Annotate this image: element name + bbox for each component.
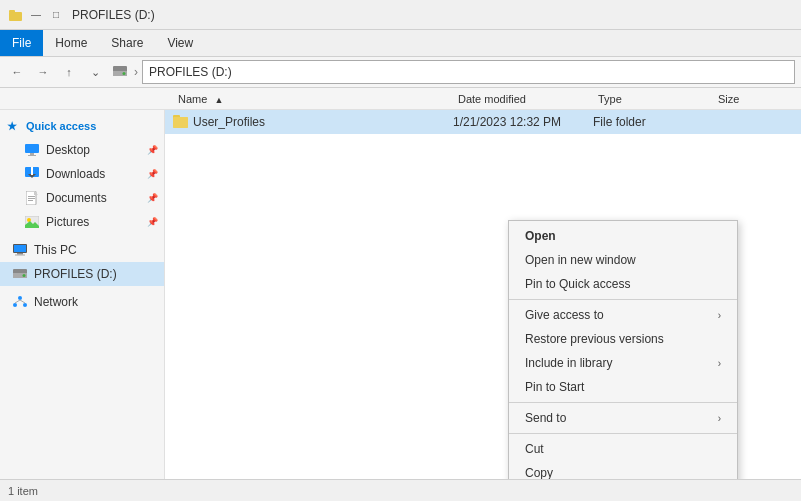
sidebar-item-network[interactable]: Network — [0, 290, 164, 314]
svg-rect-12 — [28, 196, 35, 197]
svg-rect-21 — [15, 254, 25, 255]
col-header-name[interactable]: Name ▲ — [170, 93, 450, 105]
status-text: 1 item — [8, 485, 38, 497]
sidebar-label-profiles-drive: PROFILES (D:) — [34, 267, 117, 281]
svg-rect-5 — [25, 144, 39, 153]
status-bar: 1 item — [0, 479, 801, 501]
up-button[interactable]: ↑ — [58, 61, 80, 83]
svg-rect-32 — [173, 117, 188, 128]
drive-sidebar-icon — [12, 266, 28, 282]
sidebar-label-documents: Documents — [46, 191, 107, 205]
desktop-icon — [24, 142, 40, 158]
star-icon: ★ — [4, 118, 20, 134]
window-folder-icon — [8, 7, 24, 23]
sidebar: ★ Quick access Desktop 📌 — [0, 110, 165, 479]
sidebar-item-desktop[interactable]: Desktop 📌 — [0, 138, 164, 162]
file-list[interactable]: User_Profiles 1/21/2023 12:32 PM File fo… — [165, 110, 801, 479]
ctx-cut[interactable]: Cut — [509, 437, 737, 461]
tab-file[interactable]: File — [0, 30, 43, 56]
ctx-arrow-give-access: › — [718, 310, 721, 321]
sidebar-item-downloads[interactable]: Downloads 📌 — [0, 162, 164, 186]
svg-rect-20 — [17, 253, 23, 255]
sidebar-section-quick-access[interactable]: ★ Quick access — [0, 114, 164, 138]
svg-point-16 — [27, 218, 31, 222]
ctx-restore-versions[interactable]: Restore previous versions — [509, 327, 737, 351]
sidebar-item-profiles-drive[interactable]: PROFILES (D:) — [0, 262, 164, 286]
sidebar-label-quick-access: Quick access — [26, 120, 96, 132]
ctx-pin-start[interactable]: Pin to Start — [509, 375, 737, 399]
file-type: File folder — [593, 115, 713, 129]
svg-point-24 — [23, 274, 26, 277]
sidebar-label-desktop: Desktop — [46, 143, 90, 157]
sidebar-label-downloads: Downloads — [46, 167, 105, 181]
address-path-text: PROFILES (D:) — [149, 65, 232, 79]
tab-view[interactable]: View — [155, 30, 205, 56]
sidebar-item-pictures[interactable]: Pictures 📌 — [0, 210, 164, 234]
ctx-arrow-library: › — [718, 358, 721, 369]
sidebar-item-documents[interactable]: Documents 📌 — [0, 186, 164, 210]
svg-point-27 — [23, 303, 27, 307]
context-menu: Open Open in new window Pin to Quick acc… — [508, 220, 738, 479]
computer-icon — [12, 242, 28, 258]
svg-rect-7 — [28, 155, 36, 156]
svg-point-4 — [123, 72, 126, 75]
path-separator: › — [134, 65, 138, 79]
ctx-divider-2 — [509, 402, 737, 403]
ctx-open[interactable]: Open — [509, 224, 737, 248]
ctx-pin-quick-access[interactable]: Pin to Quick access — [509, 272, 737, 296]
svg-rect-14 — [28, 200, 33, 201]
svg-rect-6 — [30, 153, 34, 155]
maximize-icon: □ — [48, 7, 64, 23]
back-button[interactable]: ← — [6, 61, 28, 83]
minimize-icon: — — [28, 7, 44, 23]
svg-rect-1 — [9, 10, 15, 13]
svg-rect-13 — [28, 198, 35, 199]
col-header-date[interactable]: Date modified — [450, 93, 590, 105]
main-container: ★ Quick access Desktop 📌 — [0, 110, 801, 479]
ctx-copy[interactable]: Copy — [509, 461, 737, 479]
ctx-open-new-window[interactable]: Open in new window — [509, 248, 737, 272]
sidebar-item-this-pc[interactable]: This PC — [0, 238, 164, 262]
sidebar-label-pictures: Pictures — [46, 215, 89, 229]
pictures-icon — [24, 214, 40, 230]
svg-point-25 — [18, 296, 22, 300]
recent-button[interactable]: ⌄ — [84, 61, 106, 83]
svg-line-29 — [20, 300, 25, 303]
ctx-divider-1 — [509, 299, 737, 300]
documents-icon — [24, 190, 40, 206]
network-icon — [12, 294, 28, 310]
sidebar-label-network: Network — [34, 295, 78, 309]
tab-home[interactable]: Home — [43, 30, 99, 56]
title-bar: — □ PROFILES (D:) — [0, 0, 801, 30]
file-name: User_Profiles — [193, 115, 453, 129]
svg-point-26 — [13, 303, 17, 307]
pin-icon-desktop: 📌 — [147, 145, 158, 155]
title-bar-icons: — □ — [8, 7, 64, 23]
svg-rect-0 — [9, 12, 22, 21]
ctx-include-library[interactable]: Include in library › — [509, 351, 737, 375]
col-header-type[interactable]: Type — [590, 93, 710, 105]
downloads-icon — [24, 166, 40, 182]
address-path[interactable]: PROFILES (D:) — [142, 60, 795, 84]
svg-rect-19 — [14, 245, 26, 252]
tab-share[interactable]: Share — [99, 30, 155, 56]
svg-line-28 — [15, 300, 20, 303]
column-headers: Name ▲ Date modified Type Size — [0, 88, 801, 110]
pin-icon-downloads: 📌 — [147, 169, 158, 179]
ctx-arrow-send-to: › — [718, 413, 721, 424]
sidebar-label-this-pc: This PC — [34, 243, 77, 257]
col-header-size[interactable]: Size — [710, 93, 790, 105]
address-bar: ← → ↑ ⌄ › PROFILES (D:) — [0, 56, 801, 88]
svg-rect-10 — [31, 167, 33, 175]
folder-icon — [173, 114, 189, 130]
pin-icon-documents: 📌 — [147, 193, 158, 203]
pin-icon-pictures: 📌 — [147, 217, 158, 227]
window-title: PROFILES (D:) — [72, 8, 155, 22]
ctx-give-access[interactable]: Give access to › — [509, 303, 737, 327]
sort-icon: ▲ — [214, 95, 223, 105]
forward-button[interactable]: → — [32, 61, 54, 83]
ctx-send-to[interactable]: Send to › — [509, 406, 737, 430]
drive-icon — [112, 64, 128, 81]
file-date: 1/21/2023 12:32 PM — [453, 115, 593, 129]
table-row[interactable]: User_Profiles 1/21/2023 12:32 PM File fo… — [165, 110, 801, 134]
